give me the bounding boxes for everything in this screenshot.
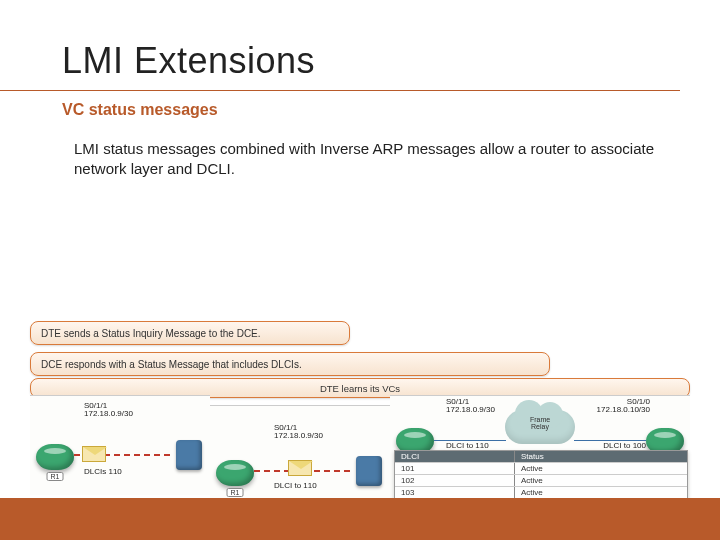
p3-interface-left: S0/1/1 172.18.0.9/30 — [446, 398, 495, 415]
diagram-panel-1: S0/1/1 172.18.0.9/30 R1 DLCIs 110 — [30, 395, 210, 495]
p2-interface-label: S0/1/1 172.18.0.9/30 — [274, 424, 323, 441]
cell-dlci: 102 — [395, 475, 515, 486]
step-2-bar: DCE responds with a Status Message that … — [30, 352, 550, 376]
router-icon: R1 — [216, 460, 254, 486]
fr-switch-icon — [176, 440, 202, 470]
router-icon: R1 — [36, 444, 74, 470]
cell-status: Active — [515, 487, 687, 498]
router-label: R1 — [227, 488, 244, 497]
envelope-icon — [288, 460, 312, 476]
fr-switch-icon — [356, 456, 382, 486]
body-paragraph: LMI status messages combined with Invers… — [0, 119, 720, 180]
p3-interface-right: S0/1/0 172.18.0.10/30 — [597, 398, 650, 415]
step-2-label: DCE responds with a Status Message that … — [41, 359, 302, 370]
step-1-bar: DTE sends a Status Inquiry Message to th… — [30, 321, 350, 345]
header-status: Status — [515, 451, 687, 462]
header-dlci: DLCI — [395, 451, 515, 462]
cloud-label: Frame Relay — [505, 416, 575, 431]
subtitle: VC status messages — [0, 91, 720, 119]
cell-dlci: 101 — [395, 463, 515, 474]
step-1-label: DTE sends a Status Inquiry Message to th… — [41, 328, 261, 339]
table-row: 103 Active — [395, 486, 687, 498]
step-3-label: DTE learns its VCs — [320, 383, 400, 394]
router-label: R1 — [47, 472, 64, 481]
envelope-icon — [82, 446, 106, 462]
p2-dlci-label: DLCI to 110 — [274, 482, 317, 490]
cell-status: Active — [515, 475, 687, 486]
table-row: 102 Active — [395, 474, 687, 486]
table-row: 101 Active — [395, 462, 687, 474]
slide: LMI Extensions VC status messages LMI st… — [0, 0, 720, 540]
cell-status: Active — [515, 463, 687, 474]
p1-interface-label: S0/1/1 172.18.0.9/30 — [84, 402, 133, 419]
diagram-panel-2: S0/1/1 172.18.0.9/30 R1 DLCI to 110 — [210, 405, 390, 500]
page-title: LMI Extensions — [0, 0, 680, 91]
footer-bar — [0, 498, 720, 540]
p1-dlci-label: DLCIs 110 — [84, 468, 122, 476]
table-header: DLCI Status — [395, 451, 687, 462]
cell-dlci: 103 — [395, 487, 515, 498]
